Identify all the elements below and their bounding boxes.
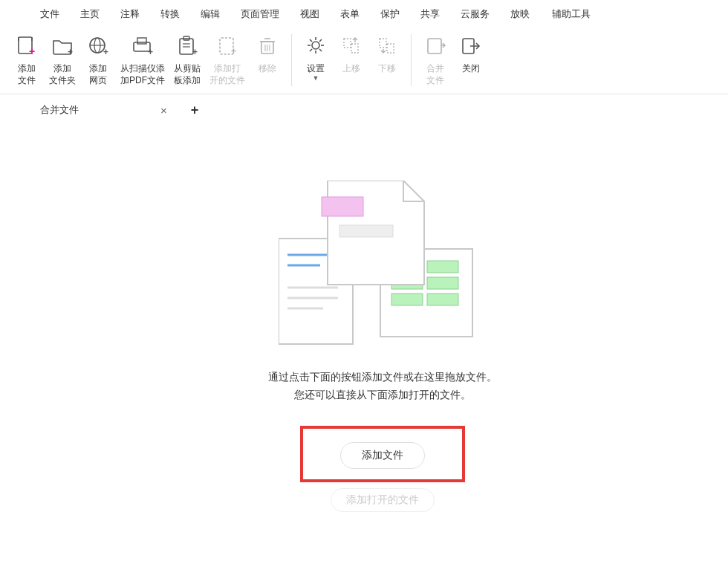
scanner-icon: + <box>131 34 155 58</box>
menu-present[interactable]: 放映 <box>500 3 540 25</box>
add-folder-button[interactable]: + 添加 文件夹 <box>45 31 80 89</box>
svg-rect-44 <box>427 294 458 305</box>
svg-line-31 <box>319 39 322 42</box>
add-file-label: 添加 文件 <box>18 62 36 86</box>
add-file-icon: + <box>15 34 39 58</box>
svg-text:+: + <box>29 45 35 57</box>
add-open-file-button: + 添加打 开的文件 <box>205 31 250 89</box>
close-icon[interactable]: × <box>160 104 167 117</box>
merge-file-label: 合并 文件 <box>426 62 444 86</box>
svg-rect-33 <box>351 44 358 53</box>
svg-line-28 <box>310 39 312 42</box>
add-clipboard-button[interactable]: + 从剪贴 板添加 <box>169 31 205 89</box>
chevron-down-icon: ▼ <box>313 75 319 82</box>
remove-label: 移除 <box>259 62 276 74</box>
svg-line-29 <box>319 49 322 51</box>
menu-protect[interactable]: 保护 <box>370 3 410 25</box>
settings-label: 设置 <box>307 62 325 74</box>
merge-file-button: 合并 文件 <box>417 31 453 89</box>
svg-text:+: + <box>231 46 236 56</box>
svg-rect-35 <box>387 44 394 53</box>
add-web-button[interactable]: + 添加 网页 <box>80 31 116 89</box>
add-file-button[interactable]: + 添加 文件 <box>9 31 45 89</box>
svg-rect-42 <box>427 277 458 289</box>
add-folder-icon: + <box>51 34 74 58</box>
menu-convert[interactable]: 转换 <box>150 3 190 25</box>
svg-text:+: + <box>68 47 73 57</box>
move-up-icon <box>339 34 363 58</box>
move-down-button: 下移 <box>369 31 405 89</box>
tab-bar: 合并文件 × + <box>0 94 728 121</box>
svg-text:+: + <box>192 47 198 57</box>
svg-rect-34 <box>380 39 386 48</box>
svg-point-23 <box>312 42 319 49</box>
documents-illustration <box>279 181 487 351</box>
menu-home[interactable]: 主页 <box>70 3 110 25</box>
move-up-label: 上移 <box>342 62 360 74</box>
svg-rect-52 <box>339 225 393 237</box>
add-web-label: 添加 网页 <box>89 62 107 86</box>
svg-rect-51 <box>322 197 363 216</box>
merge-icon <box>423 34 447 58</box>
move-down-label: 下移 <box>378 62 396 74</box>
toolbar: + 添加 文件 + 添加 文件夹 + 添加 网页 + 从扫描仪添 加PDF文件 … <box>0 25 728 94</box>
trash-icon <box>256 34 279 58</box>
exit-icon <box>459 34 483 58</box>
menu-file[interactable]: 文件 <box>30 3 70 25</box>
svg-rect-43 <box>391 294 423 305</box>
toolbar-separator <box>291 34 292 86</box>
gear-icon <box>304 34 328 58</box>
settings-button[interactable]: 设置 ▼ <box>298 31 334 89</box>
close-label: 关闭 <box>462 62 480 74</box>
add-open-file-ghost-button: 添加打开的文件 <box>331 488 435 512</box>
globe-icon: + <box>86 34 110 58</box>
highlighted-box: 添加文件 <box>300 426 465 482</box>
menu-page-manage[interactable]: 页面管理 <box>230 3 290 25</box>
hint-text-2: 您还可以直接从下面添加打开的文件。 <box>294 389 471 402</box>
add-scanner-label: 从扫描仪添 加PDF文件 <box>120 62 165 86</box>
content-area: 通过点击下面的按钮添加文件或在这里拖放文件。 您还可以直接从下面添加打开的文件。… <box>0 121 728 559</box>
menu-cloud[interactable]: 云服务 <box>450 3 500 25</box>
tab-merge-files[interactable]: 合并文件 × <box>27 99 178 121</box>
new-tab-button[interactable]: + <box>188 103 202 118</box>
menu-edit[interactable]: 编辑 <box>190 3 230 25</box>
menu-share[interactable]: 共享 <box>410 3 450 25</box>
svg-rect-40 <box>427 261 458 273</box>
svg-rect-32 <box>344 39 351 48</box>
move-up-button: 上移 <box>334 31 369 89</box>
toolbar-separator <box>411 34 412 86</box>
svg-line-30 <box>310 49 312 51</box>
add-scanner-button[interactable]: + 从扫描仪添 加PDF文件 <box>116 31 169 89</box>
add-file-main-button[interactable]: 添加文件 <box>340 442 425 469</box>
clipboard-icon: + <box>175 34 199 58</box>
tab-label: 合并文件 <box>40 103 79 117</box>
add-folder-label: 添加 文件夹 <box>49 62 76 86</box>
svg-text:+: + <box>148 47 153 57</box>
svg-rect-36 <box>428 39 441 54</box>
hint-text-1: 通过点击下面的按钮添加文件或在这里拖放文件。 <box>268 371 497 384</box>
svg-text:+: + <box>103 47 108 57</box>
menu-accessibility[interactable]: 辅助工具 <box>542 3 601 25</box>
menu-bar: 文件 主页 注释 转换 编辑 页面管理 视图 表单 保护 共享 云服务 放映 辅… <box>0 0 728 25</box>
remove-button: 移除 <box>250 31 285 89</box>
close-button[interactable]: 关闭 <box>453 31 489 89</box>
menu-comment[interactable]: 注释 <box>110 3 150 25</box>
menu-form[interactable]: 表单 <box>330 3 370 25</box>
menu-view[interactable]: 视图 <box>290 3 330 25</box>
add-open-file-icon: + <box>215 34 239 58</box>
add-open-file-label: 添加打 开的文件 <box>209 62 245 86</box>
add-clipboard-label: 从剪贴 板添加 <box>174 62 201 86</box>
move-down-icon <box>375 34 399 58</box>
